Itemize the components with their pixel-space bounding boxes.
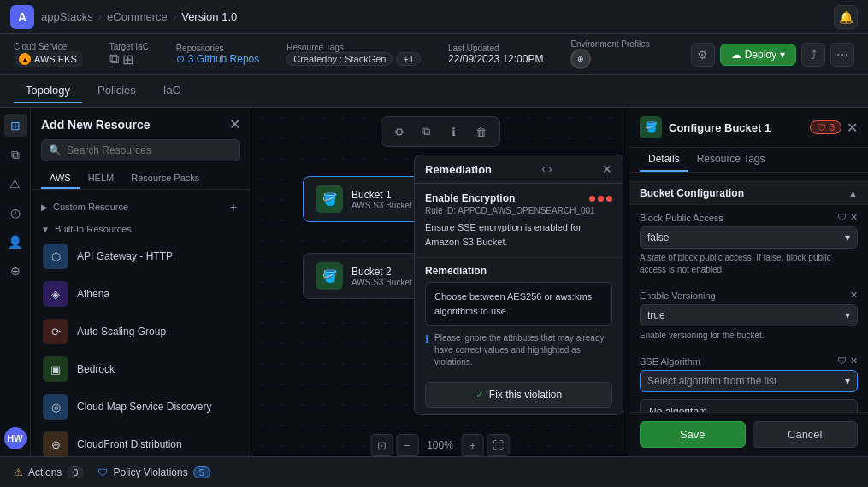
bedrock-label: Bedrock: [77, 363, 115, 375]
list-item[interactable]: ◎ Cloud Map Service Discovery: [31, 388, 251, 425]
warning-icon: ⚠: [14, 466, 23, 478]
profile-circle: ⊕: [570, 49, 591, 69]
popup-section1: Enable Encryption Rule ID: APPCD_AWS_OPE…: [415, 184, 623, 258]
add-custom-resource-btn[interactable]: +: [227, 200, 240, 214]
breadcrumb-ecommerce[interactable]: eCommerce: [107, 10, 168, 23]
resource-tags-meta: Resource Tags Createdby : StackGen +1: [286, 43, 421, 66]
repositories-meta: Repositories ⊙ 3 Github Repos: [176, 44, 259, 65]
toolbar-trash-btn[interactable]: 🗑: [470, 120, 493, 143]
enable-versioning-icons: ✕: [850, 290, 858, 301]
actions-item[interactable]: ⚠ Actions 0: [14, 466, 84, 478]
save-button[interactable]: Save: [640, 421, 746, 448]
sidebar-user-icon[interactable]: 👤: [4, 231, 27, 253]
config-tab-details[interactable]: Details: [640, 148, 688, 172]
builtin-chevron-icon: ▼: [41, 225, 50, 234]
target-iac-icons: ⧉ ⊞: [109, 51, 149, 67]
config-section-header[interactable]: Bucket Configuration ▲: [629, 181, 868, 205]
subtab-resource-packs[interactable]: Resource Packs: [122, 168, 208, 189]
sidebar-layers-icon[interactable]: ⧉: [4, 144, 27, 166]
custom-resource-label: Custom Resource: [53, 202, 128, 212]
bucket2-icon: 🪣: [316, 262, 343, 290]
icon-sidebar: ⊞ ⧉ ⚠ ◷ 👤 ⊕ HW: [0, 108, 31, 456]
deploy-label: Deploy: [745, 49, 776, 61]
sidebar-avatar[interactable]: HW: [4, 427, 27, 449]
popup-section1-title: Enable Encryption: [425, 192, 612, 204]
sidebar-home-icon[interactable]: ⊞: [4, 114, 27, 137]
sidebar-link-icon[interactable]: ⊕: [4, 260, 27, 282]
last-updated-label: Last Updated: [448, 44, 543, 53]
builtin-group-left: ▼ Built-In Resources: [41, 224, 132, 234]
popup-next-btn[interactable]: ›: [549, 163, 552, 175]
resource-search-box: 🔍: [41, 139, 240, 161]
section-chevron-icon: ▲: [848, 188, 858, 198]
toolbar-info-btn[interactable]: ℹ: [443, 120, 465, 143]
api-gateway-label: API Gateway - HTTP: [77, 250, 173, 262]
builtin-resource-group: ▼ Built-In Resources ⬡ API Gateway - HTT…: [31, 220, 251, 456]
popup-nav: ‹ ›: [542, 163, 552, 175]
topbar: A appStacks › eCommerce › Version 1.0 🔔: [0, 0, 868, 34]
popup-close-btn[interactable]: ✕: [602, 162, 612, 176]
api-gateway-icon: ⬡: [43, 244, 68, 269]
sse-x-icon: ✕: [850, 355, 858, 367]
list-item[interactable]: ⟳ Auto Scaling Group: [31, 313, 251, 350]
policy-violations-item[interactable]: 🛡 Policy Violations 5: [97, 466, 210, 478]
cancel-button[interactable]: Cancel: [753, 421, 859, 448]
share-icon[interactable]: ⤴: [801, 43, 825, 67]
fix-violation-btn[interactable]: ✓ Fix this violation: [425, 382, 612, 408]
navtabs: Topology Policies IaC: [0, 75, 868, 108]
zoom-in-btn[interactable]: +: [462, 434, 484, 456]
violation-badge: 🛡 3: [810, 120, 841, 134]
popup-prev-btn[interactable]: ‹: [542, 163, 546, 175]
enable-versioning-select[interactable]: true ▾: [640, 304, 858, 326]
deploy-button[interactable]: ☁ Deploy ▾: [720, 44, 796, 66]
sidebar-alert-icon[interactable]: ⚠: [4, 173, 27, 195]
athena-label: Athena: [77, 288, 109, 300]
zoom-level: 100%: [422, 439, 458, 451]
app-logo: A: [10, 5, 34, 29]
toolbar-gear-btn[interactable]: ⚙: [388, 120, 410, 143]
subtab-helm[interactable]: HELM: [80, 168, 123, 189]
list-item[interactable]: ◈ Athena: [31, 275, 251, 313]
github-link[interactable]: ⊙ 3 Github Repos: [176, 53, 259, 65]
popup-description: Ensure SSE encryption is enabled for Ama…: [425, 220, 612, 249]
config-title-row: 🪣 Configure Bucket 1: [640, 116, 771, 138]
sse-option-no-algorithm[interactable]: No algorithm: [641, 400, 857, 412]
search-input[interactable]: [67, 144, 233, 156]
zoom-out-btn[interactable]: −: [396, 434, 418, 456]
settings-icon[interactable]: ⚙: [691, 43, 715, 67]
autoscaling-label: Auto Scaling Group: [77, 326, 166, 337]
info-text: Please ignore the attributes that may al…: [434, 332, 612, 368]
config-tab-resource-tags[interactable]: Resource Tags: [688, 148, 774, 172]
config-close-btn[interactable]: ✕: [847, 120, 858, 136]
block-public-access-select[interactable]: false ▾: [640, 226, 858, 249]
tab-policies[interactable]: Policies: [86, 79, 148, 103]
resource-list: ▶ Custom Resource + ▼ Built-In Resources…: [31, 190, 251, 456]
list-item[interactable]: ⬡ API Gateway - HTTP: [31, 238, 251, 275]
cloud-service-value: ▲ AWS EKS: [14, 51, 82, 67]
notification-icon[interactable]: 🔔: [834, 5, 858, 29]
tab-topology[interactable]: Topology: [14, 79, 82, 103]
builtin-resource-group-header[interactable]: ▼ Built-In Resources: [31, 220, 251, 238]
tab-iac[interactable]: IaC: [151, 79, 192, 103]
canvas-toolbar: ⚙ ⧉ ℹ 🗑: [381, 116, 500, 147]
breadcrumb-appstacks[interactable]: appStacks: [41, 10, 93, 23]
rule-id: Rule ID: APPCD_AWS_OPENSEARCH_001: [425, 206, 612, 215]
custom-resource-group: ▶ Custom Resource +: [31, 197, 251, 217]
sse-algorithm-select[interactable]: Select algorithm from the list ▾: [640, 370, 858, 392]
sse-shield-icon: 🛡: [837, 355, 847, 367]
block-public-access-field: Block Public Access 🛡 ✕ false ▾ A state …: [629, 205, 868, 283]
subtab-aws[interactable]: AWS: [41, 168, 80, 189]
custom-resource-group-header[interactable]: ▶ Custom Resource +: [31, 197, 251, 217]
fit-view-btn[interactable]: ⊡: [370, 434, 393, 456]
topbar-actions: 🔔: [834, 5, 858, 29]
list-item[interactable]: ⊕ CloudFront Distribution: [31, 425, 251, 456]
resource-panel-close[interactable]: ✕: [229, 116, 240, 132]
sse-chevron-icon: ▾: [845, 375, 850, 387]
toolbar-copy-btn[interactable]: ⧉: [416, 120, 438, 143]
sidebar-history-icon[interactable]: ◷: [4, 202, 27, 224]
config-bucket-icon: 🪣: [640, 116, 662, 138]
list-item[interactable]: ▣ Bedrock: [31, 350, 251, 388]
fullscreen-btn[interactable]: ⛶: [487, 434, 510, 456]
enable-versioning-label-row: Enable Versioning ✕: [640, 290, 858, 301]
more-icon[interactable]: ⋯: [830, 43, 854, 67]
